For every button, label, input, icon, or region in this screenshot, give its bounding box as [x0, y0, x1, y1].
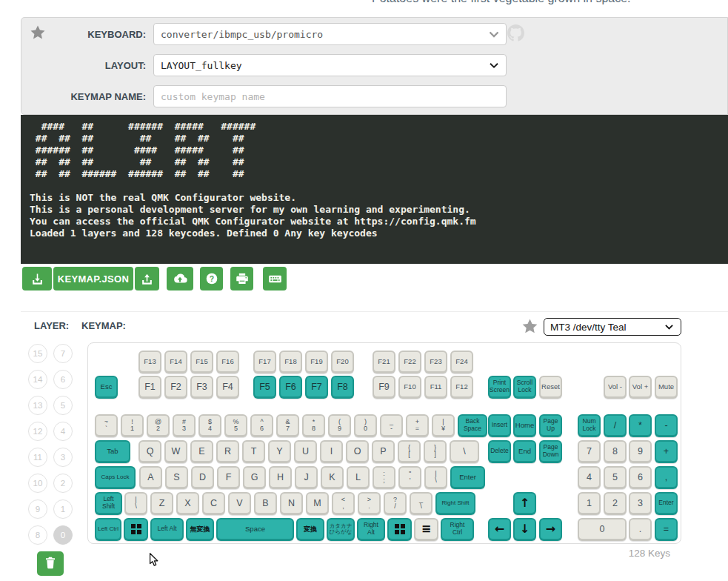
- cloud-upload-button[interactable]: [167, 267, 193, 290]
- key-[interactable]: +: [655, 440, 678, 463]
- layer-button-15[interactable]: 15: [28, 344, 47, 363]
- key-2[interactable]: @2: [147, 414, 170, 437]
- key-9[interactable]: 9: [629, 440, 652, 463]
- key-e[interactable]: E: [190, 440, 213, 463]
- key-[interactable]: ~`: [95, 414, 118, 437]
- key-9[interactable]: (9: [328, 414, 351, 437]
- key-left-alt[interactable]: Left Alt: [150, 518, 184, 541]
- keyboard-tester-button[interactable]: [263, 267, 287, 290]
- key-v[interactable]: V: [228, 492, 251, 515]
- key-num-lock[interactable]: NumLock: [578, 414, 601, 437]
- key-[interactable]: |\: [424, 466, 447, 489]
- key-[interactable]: -: [655, 414, 678, 437]
- github-icon[interactable]: [507, 24, 524, 44]
- key-insert[interactable]: Insert: [488, 414, 511, 437]
- key-esc[interactable]: Esc: [95, 376, 118, 399]
- key-1[interactable]: !1: [121, 414, 144, 437]
- key-delete[interactable]: Delete: [488, 440, 511, 463]
- key-f5[interactable]: F5: [253, 376, 276, 399]
- key-y[interactable]: Y: [268, 440, 291, 463]
- key-right-alt[interactable]: RightAlt: [357, 518, 385, 541]
- key-7[interactable]: 7: [578, 440, 601, 463]
- key-[interactable]: >.: [358, 492, 381, 515]
- key-2[interactable]: 2: [604, 492, 627, 515]
- key-reset[interactable]: Reset: [539, 376, 562, 399]
- key-1[interactable]: 1: [578, 492, 601, 515]
- layer-button-6[interactable]: 6: [53, 370, 73, 389]
- key-5[interactable]: %5: [224, 414, 247, 437]
- layer-button-1[interactable]: 1: [53, 499, 73, 519]
- key-0[interactable]: )0: [354, 414, 377, 437]
- key-[interactable]: :;: [373, 466, 395, 489]
- upload-keymap-button[interactable]: [135, 267, 159, 290]
- key-j[interactable]: J: [295, 466, 318, 489]
- key-[interactable]: =: [655, 518, 678, 541]
- key-[interactable]: +=: [406, 414, 429, 437]
- key-page-up[interactable]: PageUp: [539, 414, 562, 437]
- layer-button-11[interactable]: 11: [28, 448, 47, 467]
- key-m[interactable]: M: [306, 492, 329, 515]
- key-h[interactable]: H: [269, 466, 292, 489]
- key-u[interactable]: U: [294, 440, 317, 463]
- key-menu[interactable]: ≡: [414, 518, 438, 541]
- key-8[interactable]: 8: [604, 440, 627, 463]
- key-[interactable]: 無変換: [186, 518, 214, 541]
- key-4[interactable]: 4: [578, 466, 601, 489]
- key-f8[interactable]: F8: [331, 376, 354, 399]
- layout-select[interactable]: LAYOUT_fullkey: [153, 54, 507, 76]
- key-mute[interactable]: Mute: [655, 376, 678, 399]
- key-q[interactable]: Q: [138, 440, 161, 463]
- key-arrow-left[interactable]: ←: [488, 518, 511, 541]
- preset-select[interactable]: MT3 /dev/tty Teal: [544, 318, 681, 336]
- key-p[interactable]: P: [372, 440, 395, 463]
- key-space[interactable]: Space: [216, 518, 294, 541]
- layer-button-12[interactable]: 12: [28, 422, 47, 441]
- key-back-space[interactable]: BackSpace: [458, 414, 487, 437]
- key-win-logo[interactable]: [387, 518, 412, 541]
- layer-button-7[interactable]: 7: [53, 344, 73, 363]
- keymap-name-input[interactable]: [153, 85, 507, 107]
- layer-button-8[interactable]: 8: [28, 525, 47, 545]
- key-[interactable]: {[: [398, 440, 421, 463]
- key-left-shift[interactable]: LeftShift: [95, 492, 122, 515]
- key-f14[interactable]: F14: [164, 351, 187, 374]
- key-o[interactable]: O: [346, 440, 369, 463]
- chevron-down-icon[interactable]: [489, 27, 499, 41]
- key-f24[interactable]: F24: [450, 351, 473, 374]
- key-[interactable]: }]: [424, 440, 447, 463]
- layer-button-13[interactable]: 13: [28, 396, 47, 415]
- key-f11[interactable]: F11: [424, 376, 447, 399]
- key-f19[interactable]: F19: [305, 351, 328, 374]
- layer-button-14[interactable]: 14: [28, 370, 47, 389]
- key-f[interactable]: F: [217, 466, 240, 489]
- key-b[interactable]: B: [254, 492, 277, 515]
- key-8[interactable]: *8: [302, 414, 325, 437]
- key-[interactable]: 変換: [296, 518, 324, 541]
- key-4[interactable]: $4: [198, 414, 221, 437]
- key-[interactable]: ,: [655, 466, 678, 489]
- key-win-logo[interactable]: [124, 518, 148, 541]
- keymap-json-button[interactable]: KEYMAP.JSON: [53, 267, 133, 290]
- key-f4[interactable]: F4: [216, 376, 239, 399]
- key-z[interactable]: Z: [150, 492, 173, 515]
- print-button[interactable]: [230, 267, 253, 290]
- key-f20[interactable]: F20: [331, 351, 354, 374]
- keyboard-input[interactable]: [153, 23, 507, 45]
- key-t[interactable]: T: [242, 440, 265, 463]
- key-[interactable]: "': [398, 466, 421, 489]
- key-[interactable]: ?/: [384, 492, 407, 515]
- download-keymap-button[interactable]: [22, 267, 52, 290]
- key-f22[interactable]: F22: [398, 351, 421, 374]
- key-f12[interactable]: F12: [450, 376, 473, 399]
- key-7[interactable]: &7: [276, 414, 299, 437]
- layer-button-0[interactable]: 0: [53, 525, 73, 545]
- key-[interactable]: *: [629, 414, 652, 437]
- key-home[interactable]: Home: [513, 414, 536, 437]
- layer-button-10[interactable]: 10: [28, 474, 47, 493]
- key-f10[interactable]: F10: [398, 376, 421, 399]
- key-d[interactable]: D: [191, 466, 214, 489]
- key-f21[interactable]: F21: [373, 351, 395, 374]
- layer-button-2[interactable]: 2: [53, 474, 73, 493]
- key-x[interactable]: X: [176, 492, 199, 515]
- layer-button-4[interactable]: 4: [53, 422, 73, 441]
